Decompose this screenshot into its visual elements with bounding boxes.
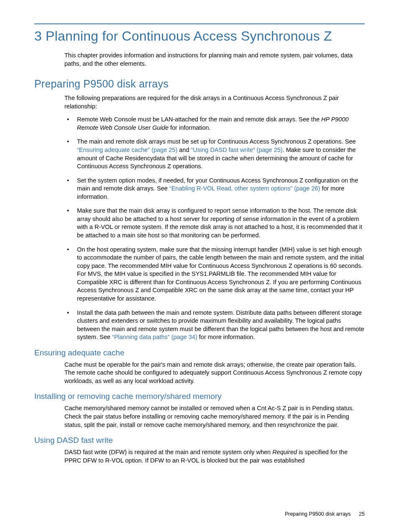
list-item: Install the data path between the main a… xyxy=(64,309,365,342)
text: DASD fast write (DFW) is required at the… xyxy=(64,449,272,455)
link-rvol-read[interactable]: “Enabling R-VOL Read, other system optio… xyxy=(169,185,320,192)
top-divider xyxy=(34,23,365,24)
list-item: Set the system option modes, if needed, … xyxy=(64,177,365,201)
text: for information. xyxy=(169,124,211,131)
footer-section: Preparing P9500 disk arrays xyxy=(285,511,351,517)
list-item: The main and remote disk arrays must be … xyxy=(64,138,365,170)
list-item: On the host operating system, make sure … xyxy=(64,246,365,303)
list-item: Make sure that the main disk array is co… xyxy=(64,207,365,239)
text: and xyxy=(177,146,191,153)
subheading-dasd: Using DASD fast write xyxy=(34,436,365,445)
link-dasd-fast-write[interactable]: “Using DASD fast write” (page 25) xyxy=(191,146,282,153)
section-heading-preparing: Preparing P9500 disk arrays xyxy=(34,78,365,90)
link-planning-data-paths[interactable]: “Planning data paths” (page 34) xyxy=(112,334,197,340)
subheading-cache-memory: Installing or removing cache memory/shar… xyxy=(34,392,365,401)
subheading-adequate-cache: Ensuring adequate cache xyxy=(34,348,365,357)
section-lead: The following preparations are required … xyxy=(64,94,365,111)
list-item: Remote Web Console must be LAN-attached … xyxy=(64,116,365,132)
emphasis-required: Required xyxy=(272,449,297,455)
chapter-title: 3 Planning for Continuous Access Synchro… xyxy=(34,28,365,44)
para-adequate-cache: Cache must be operable for the pair's ma… xyxy=(64,361,365,386)
text: for more information. xyxy=(197,334,255,340)
para-cache-memory: Cache memory/shared memory cannot be ins… xyxy=(64,404,365,429)
text: Remote Web Console must be LAN-attached … xyxy=(77,116,321,123)
page-footer: Preparing P9500 disk arrays 25 xyxy=(285,511,365,517)
preparation-list: Remote Web Console must be LAN-attached … xyxy=(64,116,365,342)
page-number: 25 xyxy=(359,511,365,517)
chapter-intro: This chapter provides information and in… xyxy=(64,51,365,68)
para-dasd: DASD fast write (DFW) is required at the… xyxy=(64,448,365,465)
text: The main and remote disk arrays must be … xyxy=(77,138,356,145)
link-ensuring-cache[interactable]: “Ensuring adequate cache” (page 25) xyxy=(77,146,177,153)
